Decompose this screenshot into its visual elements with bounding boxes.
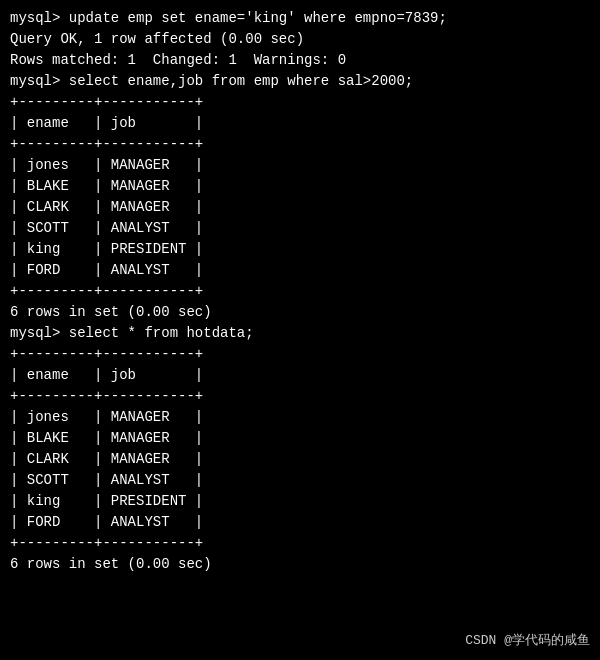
- terminal-line: +---------+-----------+: [10, 344, 590, 365]
- terminal-line: | CLARK | MANAGER |: [10, 449, 590, 470]
- terminal-line: +---------+-----------+: [10, 134, 590, 155]
- terminal-line: | BLAKE | MANAGER |: [10, 176, 590, 197]
- terminal-line: | ename | job |: [10, 113, 590, 134]
- terminal-line: +---------+-----------+: [10, 386, 590, 407]
- terminal-line: | king | PRESIDENT |: [10, 239, 590, 260]
- terminal-line: mysql> update emp set ename='king' where…: [10, 8, 590, 29]
- terminal-line: +---------+-----------+: [10, 533, 590, 554]
- terminal-line: | ename | job |: [10, 365, 590, 386]
- terminal-line: | CLARK | MANAGER |: [10, 197, 590, 218]
- terminal-line: +---------+-----------+: [10, 92, 590, 113]
- terminal-line: | FORD | ANALYST |: [10, 260, 590, 281]
- terminal-line: | FORD | ANALYST |: [10, 512, 590, 533]
- terminal-line: | jones | MANAGER |: [10, 407, 590, 428]
- terminal-line: mysql> select ename,job from emp where s…: [10, 71, 590, 92]
- terminal-line: +---------+-----------+: [10, 281, 590, 302]
- terminal-line: mysql> select * from hotdata;: [10, 323, 590, 344]
- terminal-line: | BLAKE | MANAGER |: [10, 428, 590, 449]
- terminal-line: | SCOTT | ANALYST |: [10, 218, 590, 239]
- terminal-line: | SCOTT | ANALYST |: [10, 470, 590, 491]
- terminal-line: | king | PRESIDENT |: [10, 491, 590, 512]
- watermark: CSDN @学代码的咸鱼: [465, 631, 590, 651]
- terminal-output: mysql> update emp set ename='king' where…: [10, 8, 590, 575]
- terminal-line: Rows matched: 1 Changed: 1 Warnings: 0: [10, 50, 590, 71]
- terminal-line: Query OK, 1 row affected (0.00 sec): [10, 29, 590, 50]
- terminal-line: | jones | MANAGER |: [10, 155, 590, 176]
- terminal-line: 6 rows in set (0.00 sec): [10, 302, 590, 323]
- terminal-line: 6 rows in set (0.00 sec): [10, 554, 590, 575]
